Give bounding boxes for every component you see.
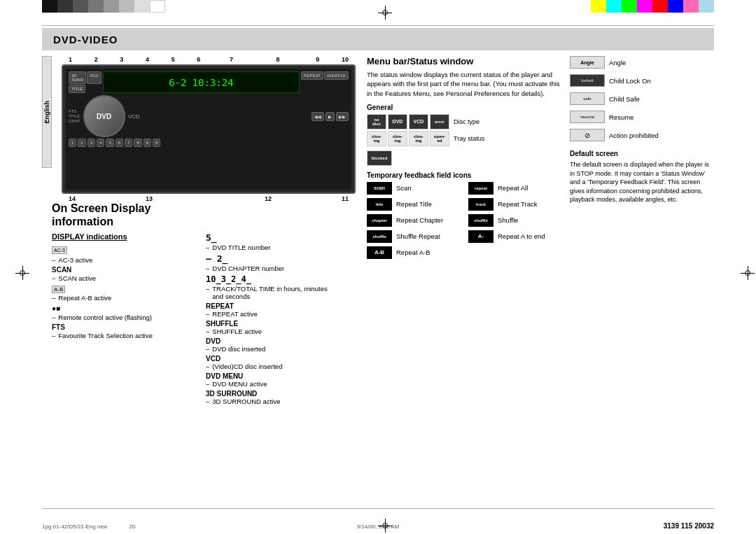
num-8: 8 [276, 56, 280, 63]
icon-closing1: clos-ing [367, 131, 386, 146]
vcd-desc: – (Video)CD disc inserted [206, 363, 339, 370]
display-panel: 6-2 10:3:24 [103, 71, 300, 93]
btn-vcd: VCD [87, 71, 102, 84]
scan-active-text: SCAN active [58, 274, 96, 282]
footer-right: 3139 115 20032 [664, 522, 714, 530]
device-diagram: 1 2 3 4 5 6 7 8 9 10 3DSURR VCD [62, 56, 356, 202]
status-icons-section: Angle Angle locked Child Lock On safe Ch… [570, 56, 714, 204]
fb-repeat-icon: repeat [468, 182, 493, 195]
fb-title-label: Repeat Title [396, 200, 432, 208]
color-bar-blue [668, 0, 683, 13]
btn-2: 2 [78, 139, 85, 147]
default-screen-text: The default screen is displayed when the… [570, 160, 714, 204]
diagram-top-numbers: 1 2 3 4 5 6 7 8 9 10 [62, 56, 356, 63]
display-time: 10:3:24 [192, 77, 234, 88]
left-indicators: FTS TITLE CRNT [69, 109, 80, 123]
btn-8: 8 [134, 139, 141, 147]
angle-label: Angle [609, 59, 626, 66]
fb-shuffle-label: Shuffle [498, 216, 518, 224]
disc-icons-row: nodisc DVD VCD error Disc type [367, 114, 563, 129]
dvd-device-panel: 3DSURR VCD TITLE 6-2 10:3:24 [62, 64, 356, 194]
btn-prev: ◀◀ [312, 112, 324, 121]
top-color-bars [0, 0, 756, 13]
ac3-row: AC-3 [52, 245, 192, 254]
control-row-2: TITLE [69, 85, 102, 93]
icon-closing2: clos-ing [388, 131, 407, 146]
osd-right-col: 5̲ – DVD TITLE number – 2̲ – DVD CHAPTER… [206, 232, 339, 407]
fb-repeat-label: Repeat All [498, 184, 528, 192]
num-9: 9 [316, 56, 319, 63]
remote-label: – Remote control active (flashing) [52, 314, 192, 321]
menu-bar-section: Menu bar/Status window The status window… [367, 56, 563, 261]
btn-play: ▶ [326, 112, 335, 121]
dvd-desc: – DVD disc inserted [206, 345, 339, 353]
track-time-display: 10̲3̲2̲4̲ [206, 274, 339, 284]
child-safe-row: safe Child Safe [570, 92, 714, 105]
num-2: 2 [94, 56, 98, 63]
btn-0: 0 [153, 139, 160, 147]
status-icons-list: Angle Angle locked Child Lock On safe Ch… [570, 56, 714, 144]
fb-track-icon: track [468, 198, 493, 211]
header-bar: DVD-VIDEO [42, 28, 714, 50]
dvd-bold: DVD [206, 337, 339, 345]
display-chapter: 6-2 [169, 77, 186, 88]
color-bar-light2 [119, 0, 134, 13]
icon-error: error [430, 114, 449, 129]
num-1: 1 [69, 56, 72, 63]
repeat-bold: REPEAT [206, 302, 339, 310]
fb-shuffle-repeat-icon: shuffle [367, 230, 392, 243]
num-7: 7 [230, 56, 233, 63]
default-screen-title: Default screen [570, 150, 714, 157]
btn-6: 6 [115, 139, 123, 147]
color-bar-lightblue [699, 0, 714, 13]
dvd-logo: DVD [83, 95, 125, 137]
action-prohibited-icon: ⊘ [570, 129, 605, 141]
child-safe-label: Child Safe [609, 95, 640, 103]
control-row-1: 3DSURR VCD [69, 71, 102, 84]
fb-title-row: title Repeat Title [367, 198, 461, 211]
repeat-ab-label: – Repeat A-B active [52, 294, 192, 302]
osd-title: On Screen Display information [52, 202, 353, 228]
fb-ab-icon: A-B [367, 246, 392, 259]
action-prohibited-row: ⊘ Action prohibited [570, 129, 714, 141]
icon-closing3: clos-ing [409, 131, 428, 146]
dvd-chapter-display: – 2̲ [206, 253, 339, 264]
top-edge-line [42, 25, 714, 26]
feedback-icons-grid: scan Scan repeat Repeat All title Repeat… [367, 182, 563, 261]
menu-bar-description: The status window displays the current s… [367, 70, 563, 98]
btn-next: ▶▶ [336, 112, 349, 121]
btn-shuffle: SHUFFLE [324, 71, 349, 80]
resume-label: Resume [609, 113, 634, 121]
dvd-title-num-label: – DVD TITLE number [206, 244, 339, 251]
surround-desc: – 3D SURROUND active [206, 398, 339, 405]
bottom-strip: 1 2 3 4 5 6 7 8 9 0 [69, 139, 349, 147]
btn-5: 5 [106, 139, 113, 147]
main-content: 1 2 3 4 5 6 7 8 9 10 3DSURR VCD [52, 55, 714, 506]
num-4: 4 [146, 56, 149, 63]
color-bar-black [42, 0, 57, 13]
fb-shuffle-icon: shuffle [468, 214, 493, 227]
fb-a-end-icon: A- [468, 230, 493, 243]
btn-4: 4 [97, 139, 104, 147]
fb-title-icon: title [367, 198, 392, 211]
bottom-edge-line [42, 508, 714, 509]
color-bar-cyan [606, 0, 622, 13]
color-bar-red [652, 0, 668, 13]
btn-9: 9 [144, 139, 151, 147]
ind-title: TITLE [69, 114, 80, 118]
btn-repeat: REPEAT [301, 71, 323, 80]
fb-shuffle-repeat-label: Shuffle Repeat [396, 232, 440, 240]
dvd-menu-bold: DVD MENU [206, 372, 339, 380]
osd-columns: DISPLAY indications AC-3 – AC-3 active S… [52, 232, 353, 407]
osd-section: On Screen Display information DISPLAY in… [52, 202, 353, 407]
angle-row: Angle Angle [570, 56, 714, 69]
fb-shuffle-repeat-row: shuffle Shuffle Repeat [367, 230, 461, 243]
tray-icons-row: clos-ing clos-ing clos-ing open-ed Tray … [367, 131, 563, 146]
icon-dvd: DVD [388, 114, 407, 129]
disc-type-label: Disc type [454, 118, 479, 125]
child-safe-icon: safe [570, 92, 605, 105]
resume-icon: resume [570, 111, 605, 123]
surround-bold: 3D SURROUND [206, 390, 339, 398]
fb-scan-icon: scan [367, 182, 392, 195]
icon-blocked: blocked [367, 150, 392, 166]
